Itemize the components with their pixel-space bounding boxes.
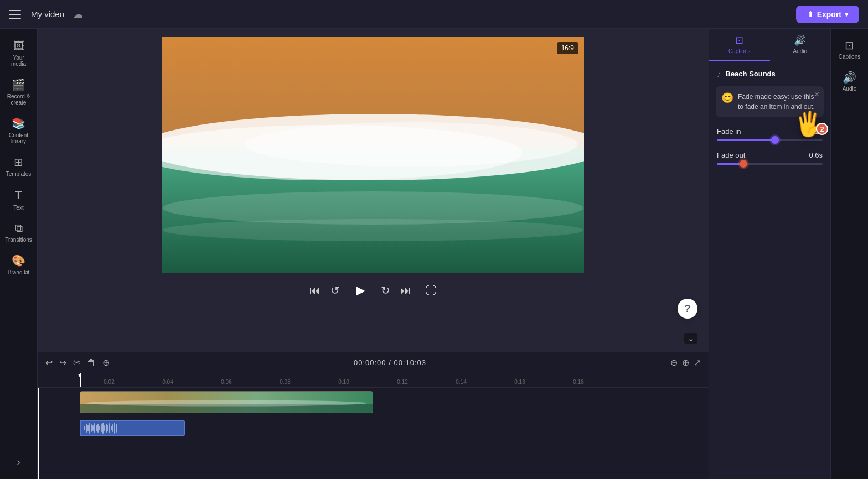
video-clip-thumbnail — [80, 392, 373, 413]
cloud-save-icon: ☁ — [73, 8, 83, 20]
play-pause-button[interactable]: ▶ — [350, 280, 371, 301]
video-track-label — [38, 388, 80, 416]
far-audio-icon: 🔊 — [843, 71, 856, 84]
redo-button[interactable]: ↪ — [59, 357, 66, 368]
collapse-panel-button[interactable]: ⌄ — [684, 333, 698, 344]
fade-in-fill — [717, 139, 775, 141]
fade-in-value: 1.2s — [809, 127, 823, 136]
svg-point-4 — [245, 122, 577, 166]
ruler-mark: 0:16 — [490, 379, 549, 385]
audio-waveform — [84, 423, 180, 434]
ruler-marks: 0:02 0:04 0:06 0:08 0:10 0:12 — [80, 379, 608, 385]
timeline-playhead-line — [38, 388, 39, 479]
timeline-zoom-controls: ⊖ ⊕ ⤢ — [670, 357, 701, 368]
export-icon: ⬆ — [807, 10, 814, 19]
video-track-row — [38, 388, 709, 416]
ruler-mark: 0:10 — [314, 379, 373, 385]
export-button[interactable]: ⬆ Export ▾ — [796, 6, 859, 23]
sidebar-item-transitions[interactable]: ⧉ Transitions — [2, 217, 35, 247]
rewind-button[interactable]: ↺ — [330, 284, 340, 297]
skip-to-start-button[interactable]: ⏮ — [309, 284, 321, 297]
timeline-tools: ↩ ↪ ✂ 🗑 ⊕ — [45, 357, 110, 368]
svg-point-9 — [86, 400, 367, 406]
far-right-captions[interactable]: ⊡ Captions — [833, 34, 866, 64]
audio-icon: 🔊 — [794, 34, 806, 46]
fade-tooltip: 😊 × Fade made easy: use this to fade an … — [716, 86, 824, 117]
sidebar-item-brand-kit[interactable]: 🎨 Brand kit — [2, 249, 35, 280]
menu-button[interactable] — [9, 7, 24, 22]
sidebar-collapse-button[interactable]: › — [2, 452, 35, 472]
beach-video-svg — [162, 37, 584, 273]
ruler-mark: 0:08 — [256, 379, 314, 385]
far-right-audio[interactable]: 🔊 Audio — [833, 66, 866, 96]
your-media-icon: 🖼 — [13, 40, 24, 53]
fade-out-slider[interactable] — [717, 163, 823, 165]
audio-track-label — [38, 416, 80, 445]
tab-captions[interactable]: ⊡ Captions — [709, 29, 770, 61]
video-track-content — [80, 388, 709, 416]
timeline-toolbar: ↩ ↪ ✂ 🗑 ⊕ 00:00:00 / 00:10:03 ⊖ ⊕ ⤢ — [38, 352, 709, 373]
text-icon: T — [15, 188, 22, 202]
delete-button[interactable]: 🗑 — [87, 358, 96, 368]
topbar-left: My video ☁ — [9, 7, 83, 22]
right-panel: ⊡ Captions 🔊 Audio ♪ Beach Sounds 😊 × Fa… — [709, 29, 830, 479]
fade-in-row: Fade in 1.2s — [717, 127, 823, 136]
ruler-mark: 0:12 — [373, 379, 432, 385]
timeline-ruler: 0:02 0:04 0:06 0:08 0:10 0:12 — [38, 373, 709, 388]
undo-button[interactable]: ↩ — [45, 357, 53, 368]
sidebar-item-content-library[interactable]: 📚 Contentlibrary — [2, 112, 35, 149]
transitions-icon: ⧉ — [15, 222, 23, 235]
sidebar-item-templates[interactable]: ⊞ Templates — [2, 151, 35, 181]
aspect-ratio-badge[interactable]: 16:9 — [557, 42, 578, 54]
fade-in-slider[interactable] — [717, 139, 823, 141]
audio-track-row — [38, 416, 709, 445]
main-area: 🖼 Your media 🎬 Record &create 📚 Contentl… — [0, 29, 868, 479]
zoom-out-button[interactable]: ⊖ — [670, 357, 678, 368]
sidebar-item-your-media[interactable]: 🖼 Your media — [2, 35, 35, 71]
canvas-area: 16:9 ⏮ ↺ ▶ ↻ ⏭ ⛶ ? ⌄ — [38, 29, 709, 352]
timeline-playhead[interactable] — [80, 373, 81, 387]
help-button[interactable]: ? — [678, 299, 698, 319]
audio-track-content — [80, 416, 709, 445]
ruler-mark: 0:04 — [138, 379, 197, 385]
far-right-panel: ⊡ Captions 🔊 Audio — [830, 29, 868, 479]
playback-controls: ⏮ ↺ ▶ ↻ ⏭ ⛶ — [309, 280, 437, 301]
fast-forward-button[interactable]: ↻ — [381, 284, 390, 297]
export-chevron-icon: ▾ — [845, 11, 848, 18]
copy-button[interactable]: ⊕ — [102, 357, 110, 368]
fade-out-thumb[interactable] — [740, 160, 747, 168]
tooltip-text: Fade made easy: use this to fade an item… — [738, 92, 817, 112]
video-preview: 16:9 — [162, 37, 584, 273]
fade-out-row: Fade out 0.6s — [717, 151, 823, 159]
templates-icon: ⊞ — [14, 155, 23, 169]
fade-out-label: Fade out — [717, 151, 745, 159]
skip-to-end-button[interactable]: ⏭ — [400, 284, 411, 297]
audio-clip[interactable] — [80, 420, 185, 436]
video-frame — [162, 37, 584, 273]
sidebar-item-record-create[interactable]: 🎬 Record &create — [2, 74, 35, 110]
svg-point-6 — [163, 219, 583, 241]
tab-audio[interactable]: 🔊 Audio — [770, 29, 831, 61]
tooltip-close-button[interactable]: × — [814, 90, 819, 100]
ruler-mark: 0:18 — [549, 379, 608, 385]
video-clip[interactable] — [80, 391, 373, 413]
tooltip-emoji: 😊 — [721, 91, 733, 106]
cut-button[interactable]: ✂ — [73, 357, 80, 368]
expand-timeline-button[interactable]: ⤢ — [694, 357, 701, 368]
captions-icon: ⊡ — [735, 34, 743, 46]
timeline-tracks — [38, 388, 709, 479]
zoom-in-button[interactable]: ⊕ — [682, 357, 689, 368]
fade-in-thumb[interactable] — [771, 136, 779, 144]
ruler-mark: 0:06 — [197, 379, 256, 385]
fade-out-value: 0.6s — [809, 151, 823, 159]
sidebar-item-text[interactable]: T Text — [2, 184, 35, 215]
project-title[interactable]: My video — [31, 9, 64, 19]
left-sidebar: 🖼 Your media 🎬 Record &create 📚 Contentl… — [0, 29, 38, 479]
ruler-mark: 0:02 — [80, 379, 138, 385]
topbar: My video ☁ ⬆ Export ▾ — [0, 0, 868, 29]
fade-in-label: Fade in — [717, 127, 741, 136]
center-column: 16:9 ⏮ ↺ ▶ ↻ ⏭ ⛶ ? ⌄ ↩ ↪ ✂ 🗑 — [38, 29, 709, 479]
fullscreen-button[interactable]: ⛶ — [426, 284, 437, 297]
ruler-mark: 0:14 — [432, 379, 490, 385]
record-icon: 🎬 — [12, 78, 25, 91]
